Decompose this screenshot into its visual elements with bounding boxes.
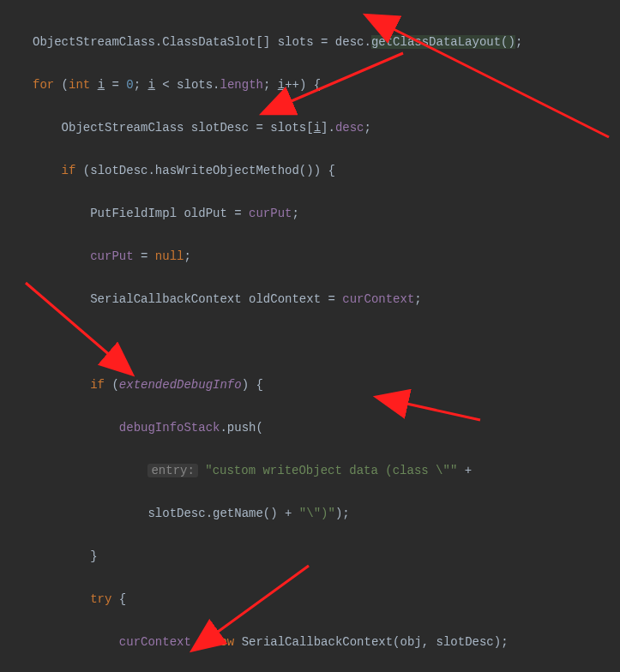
code-line: if (extendedDebugInfo) { — [33, 375, 620, 396]
code-line: try { — [33, 589, 620, 610]
code-line: entry: "custom writeObject data (class \… — [33, 460, 620, 482]
code-line — [33, 332, 620, 353]
code-line: for (int i = 0; i < slots.length; i++) { — [33, 75, 620, 96]
code-line: debugInfoStack.push( — [33, 417, 620, 439]
code-line: ObjectStreamClass.ClassDataSlot[] slots … — [33, 32, 620, 53]
code-line: ObjectStreamClass slotDesc = slots[i].de… — [33, 117, 620, 139]
code-line: curPut = null; — [33, 246, 620, 267]
code-line: SerialCallbackContext oldContext = curCo… — [33, 289, 620, 310]
code-line: slotDesc.getName() + "\")"); — [33, 503, 620, 525]
code-line: } — [33, 546, 620, 567]
code-editor[interactable]: ObjectStreamClass.ClassDataSlot[] slots … — [0, 0, 620, 672]
code-line: curContext = new SerialCallbackContext(o… — [33, 632, 620, 653]
code-line: PutFieldImpl oldPut = curPut; — [33, 203, 620, 225]
code-line: if (slotDesc.hasWriteObjectMethod()) { — [33, 160, 620, 182]
param-hint: entry: — [147, 464, 197, 477]
